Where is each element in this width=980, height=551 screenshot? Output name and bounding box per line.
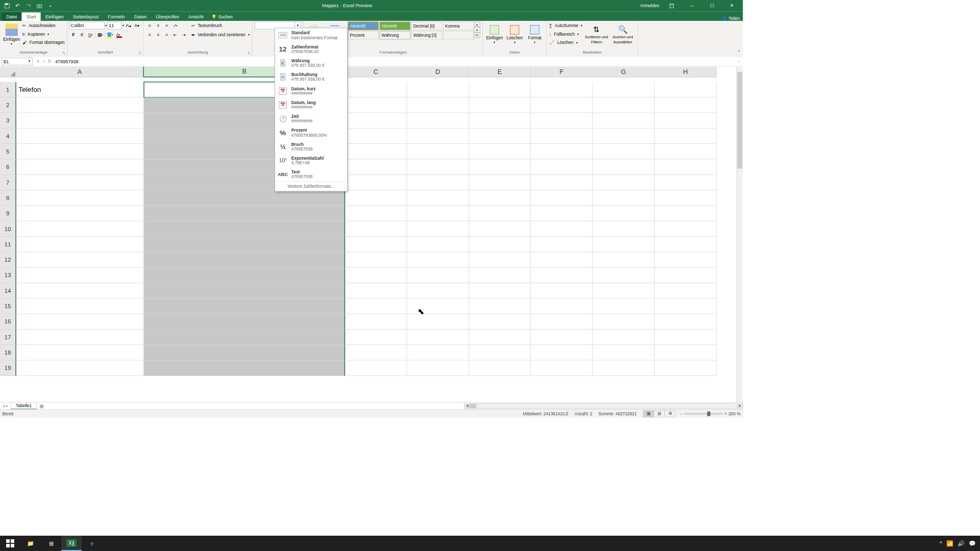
row-header-15[interactable]: 15 <box>0 298 16 314</box>
cell-E14[interactable] <box>469 283 531 298</box>
horizontal-scrollbar[interactable]: ◂ ▸ <box>464 403 743 409</box>
increase-font-button[interactable]: A▴ <box>125 21 132 29</box>
cell-B13[interactable] <box>144 268 345 283</box>
view-pagelayout-button[interactable]: ▤ <box>654 410 665 417</box>
cell-G4[interactable] <box>593 129 654 144</box>
cell-A18[interactable] <box>16 345 144 360</box>
row-header-7[interactable]: 7 <box>0 175 16 190</box>
cell-H7[interactable] <box>655 175 717 190</box>
delete-cells-button[interactable]: Löschen▾ <box>505 21 524 47</box>
bold-button[interactable]: F <box>70 31 78 39</box>
cell-E3[interactable] <box>469 113 531 128</box>
format-item-buchhaltung[interactable]: ≡Buchhaltung478.957.938,00 € <box>275 70 347 84</box>
italic-button[interactable]: K <box>78 31 86 39</box>
cell-G11[interactable] <box>593 237 654 252</box>
cell-F1[interactable] <box>531 82 593 97</box>
align-left-button[interactable]: ≡ <box>146 31 154 39</box>
format-item-standard[interactable]: 123StandardKein bestimmtes Format <box>275 28 347 42</box>
row-header-14[interactable]: 14 <box>0 283 16 298</box>
autosum-button[interactable]: ∑ AutoSumme ▾ <box>549 21 583 29</box>
cell-A19[interactable] <box>16 360 144 375</box>
tab-datei[interactable]: Datei <box>2 12 21 21</box>
cell-A8[interactable] <box>16 190 144 206</box>
cell-E12[interactable] <box>469 252 531 267</box>
cell-E7[interactable] <box>469 175 531 190</box>
row-header-3[interactable]: 3 <box>0 113 16 128</box>
cell-A4[interactable] <box>16 129 144 144</box>
cell-A14[interactable] <box>16 283 144 298</box>
cell-C1[interactable] <box>345 82 407 97</box>
name-box[interactable]: B1 ▼ <box>2 58 33 65</box>
cell-C16[interactable] <box>345 314 407 329</box>
cell-F13[interactable] <box>531 268 593 283</box>
row-header-18[interactable]: 18 <box>0 345 16 360</box>
paste-button[interactable]: Einfügen ▾ <box>3 21 21 47</box>
cell-H1[interactable] <box>655 82 717 97</box>
cell-E2[interactable] <box>469 97 531 113</box>
tell-me-search[interactable]: 💡 Suchen <box>208 13 236 21</box>
cell-H16[interactable] <box>655 314 717 329</box>
cell-D9[interactable] <box>407 206 469 221</box>
cell-D19[interactable] <box>407 360 469 375</box>
sheet-nav-first[interactable]: ◂ <box>3 404 5 409</box>
cell-G5[interactable] <box>593 144 654 159</box>
tab-seitenlayout[interactable]: Seitenlayout <box>68 12 103 21</box>
edge-icon[interactable]: e <box>82 536 102 551</box>
cell-G3[interactable] <box>593 113 654 128</box>
col-header-C[interactable]: C <box>345 66 407 77</box>
cell-G12[interactable] <box>593 252 654 267</box>
zoom-in-button[interactable]: + <box>724 411 727 416</box>
format-item-datumlang[interactable]: 📅Datum, lang######### <box>275 98 347 112</box>
cell-H3[interactable] <box>655 113 717 128</box>
minimize-button[interactable]: ─ <box>684 0 699 12</box>
tab-uberprufen[interactable]: Überprüfen <box>151 12 184 21</box>
cell-D13[interactable] <box>407 268 469 283</box>
cell-C14[interactable] <box>345 283 407 298</box>
decrease-font-button[interactable]: A▾ <box>133 21 141 29</box>
copy-button[interactable]: ⎘ Kopieren ▾ <box>22 30 65 38</box>
cell-F10[interactable] <box>531 221 593 237</box>
cell-C6[interactable] <box>345 159 407 174</box>
style-wahrung0[interactable]: Währung [0] <box>411 31 443 40</box>
format-item-datumkurz[interactable]: 📅Datum, kurz######### <box>275 84 347 97</box>
scroll-thumb[interactable] <box>738 72 743 169</box>
cell-F4[interactable] <box>531 129 593 144</box>
signin-link[interactable]: Anmelden <box>640 4 659 8</box>
gallery-up-icon[interactable]: ▴ <box>474 21 480 27</box>
underline-button[interactable]: U▾ <box>87 31 94 39</box>
format-item-exponentialzahl[interactable]: 102Exponentialzahl4,79E+08 <box>275 154 347 167</box>
tab-start[interactable]: Start <box>21 12 40 21</box>
tab-ansicht[interactable]: Ansicht <box>184 12 208 21</box>
cell-H12[interactable] <box>655 252 717 267</box>
cell-C2[interactable] <box>345 97 407 113</box>
cell-C17[interactable] <box>345 330 407 345</box>
cut-button[interactable]: ✂ Ausschneiden <box>22 21 65 29</box>
cell-E16[interactable] <box>469 314 531 329</box>
sort-filter-button[interactable]: ⇅Sortieren undFiltern <box>584 21 609 47</box>
cell-H5[interactable] <box>655 144 717 159</box>
border-button[interactable]: ▦▾ <box>96 31 104 39</box>
format-item-text[interactable]: ABCText478957938 <box>275 167 347 181</box>
align-center-button[interactable]: ≡ <box>155 31 162 39</box>
row-header-12[interactable]: 12 <box>0 252 16 267</box>
cell-F16[interactable] <box>531 314 593 329</box>
row-header-8[interactable]: 8 <box>0 190 16 206</box>
row-header-2[interactable]: 2 <box>0 97 16 113</box>
cell-B15[interactable] <box>144 298 345 314</box>
cell-B11[interactable] <box>144 237 345 252</box>
fill-button[interactable]: ↓ Füllbereich ▾ <box>549 30 583 38</box>
cell-C19[interactable] <box>345 360 407 375</box>
gallery-more-icon[interactable]: ⊟ <box>474 33 480 38</box>
zoom-level[interactable]: 200 % <box>728 411 741 416</box>
cell-G13[interactable] <box>593 268 654 283</box>
cell-F14[interactable] <box>531 283 593 298</box>
cell-H2[interactable] <box>655 97 717 113</box>
cell-D4[interactable] <box>407 129 469 144</box>
cell-E6[interactable] <box>469 159 531 174</box>
cell-G17[interactable] <box>593 330 654 345</box>
cell-D6[interactable] <box>407 159 469 174</box>
cell-E1[interactable] <box>469 82 531 97</box>
cell-D7[interactable] <box>407 175 469 190</box>
redo-icon[interactable]: ↷ <box>25 2 33 10</box>
cell-E19[interactable] <box>469 360 531 375</box>
